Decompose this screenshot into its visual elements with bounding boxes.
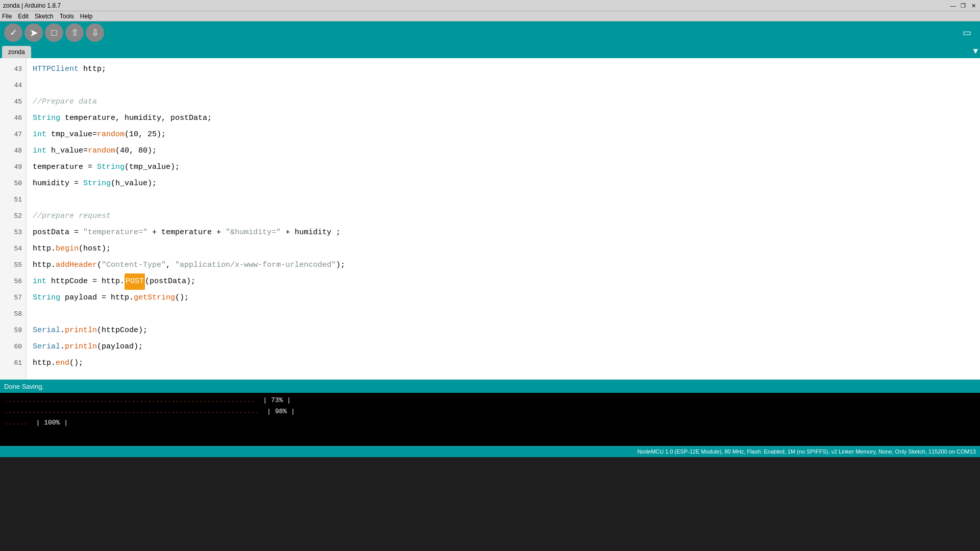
code-token: temperature = (33, 159, 97, 176)
line-num-57: 57 (0, 290, 26, 306)
status-text: Done Saving. (4, 383, 44, 390)
code-line-58 (33, 306, 980, 322)
code-token: temperature, humidity, postData; (60, 110, 212, 127)
minimize-button[interactable]: — (949, 2, 957, 9)
code-token: int (33, 127, 46, 143)
code-line-57: String payload = http. getString (); (33, 290, 980, 306)
code-token: (postData); (145, 273, 195, 290)
line-num-47: 47 (0, 127, 26, 143)
console-dots-2: ........................................… (4, 406, 259, 417)
maximize-button[interactable]: ❐ (960, 2, 967, 9)
console-dots-1: ........................................… (4, 395, 255, 406)
line-num-56: 56 (0, 273, 26, 290)
serial-monitor-button[interactable]: ▭ (958, 23, 976, 42)
code-token: (httpCode); (97, 322, 148, 339)
new-button[interactable]: □ (45, 23, 63, 42)
code-token: "Content-Type" (102, 257, 166, 273)
code-line-56: int httpCode = http. POST (postData); (33, 273, 980, 290)
code-token: http. (33, 257, 56, 273)
code-token: getString (134, 290, 175, 306)
toolbar-left: ✓ ➤ □ ⇧ ⇩ (4, 23, 104, 42)
code-token: //prepare request (33, 208, 111, 224)
code-token: String (33, 290, 60, 306)
line-num-44: 44 (0, 78, 26, 94)
code-line-43: HTTPClient http; (33, 61, 980, 78)
line-num-60: 60 (0, 339, 26, 355)
menu-tools[interactable]: Tools (60, 13, 74, 20)
console-line-2: ........................................… (4, 406, 976, 417)
console-dots-3: ...... (4, 417, 28, 429)
line-num-51: 51 (0, 192, 26, 208)
code-token: , (166, 257, 175, 273)
console-line-1: ........................................… (4, 395, 976, 406)
code-token: "application/x-www-form-urlencoded" (175, 257, 336, 273)
code-token: h_value= (46, 143, 88, 159)
code-token: int (33, 273, 46, 290)
code-line-52: //prepare request (33, 208, 980, 224)
tab-bar: zonda ▼ (0, 44, 980, 58)
line-num-58: 58 (0, 306, 26, 322)
code-token: HTTPClient (33, 61, 79, 78)
save-button[interactable]: ⇩ (86, 23, 104, 42)
code-token: humidity = (33, 176, 83, 192)
code-token: postData = (33, 224, 83, 241)
code-token: String (83, 176, 111, 192)
tab-scroll-arrow[interactable]: ▼ (973, 47, 978, 58)
code-token: ); (336, 257, 345, 273)
code-token: http; (79, 61, 106, 78)
window-controls: — ❐ ✕ (949, 2, 977, 9)
code-token: (tmp_value); (125, 159, 180, 176)
line-num-61: 61 (0, 355, 26, 371)
console-percent-1: | 73% | (259, 395, 290, 406)
code-token: http. (33, 241, 56, 257)
code-token-post-highlight: POST (125, 273, 145, 290)
code-line-53: postData = "temperature=" + temperature … (33, 224, 980, 241)
line-num-50: 50 (0, 176, 26, 192)
code-token: String (33, 110, 60, 127)
open-button[interactable]: ⇧ (65, 23, 84, 42)
menu-file[interactable]: File (2, 13, 12, 20)
code-line-46: String temperature, humidity, postData; (33, 110, 980, 127)
code-token: (40, 80); (115, 143, 157, 159)
menu-sketch[interactable]: Sketch (35, 13, 54, 20)
toolbar-right: ▭ (958, 23, 976, 42)
menu-edit[interactable]: Edit (18, 13, 29, 20)
code-token: (host); (79, 241, 111, 257)
menu-bar: File Edit Sketch Tools Help (0, 11, 980, 21)
code-line-54: http. begin (host); (33, 241, 980, 257)
bottom-bar: NodeMCU 1.0 (ESP-12E Module), 80 MHz, Fl… (0, 446, 980, 457)
title-bar: zonda | Arduino 1.8.7 — ❐ ✕ (0, 0, 980, 11)
code-line-47: int tmp_value= random (10, 25); (33, 127, 980, 143)
code-token: (h_value); (111, 176, 157, 192)
menu-help[interactable]: Help (80, 13, 93, 20)
code-content[interactable]: HTTPClient http; //Prepare data String t… (27, 58, 980, 380)
line-num-45: 45 (0, 94, 26, 110)
code-token: end (56, 355, 69, 371)
upload-button[interactable]: ➤ (24, 23, 43, 42)
code-token: //Prepare data (33, 94, 97, 110)
tab-zonda[interactable]: zonda (2, 46, 31, 58)
line-num-43: 43 (0, 61, 26, 78)
code-token: "temperature=" (83, 224, 148, 241)
code-token: Serial (33, 322, 60, 339)
code-token: . (60, 339, 65, 355)
verify-button[interactable]: ✓ (4, 23, 22, 42)
code-token: (10, 25); (125, 127, 166, 143)
toolbar: ✓ ➤ □ ⇧ ⇩ ▭ (0, 21, 980, 44)
code-token: (payload); (97, 339, 143, 355)
title-text: zonda | Arduino 1.8.7 (3, 2, 61, 9)
line-num-48: 48 (0, 143, 26, 159)
code-token: println (65, 339, 97, 355)
code-line-55: http. addHeader ( "Content-Type" , "appl… (33, 257, 980, 273)
code-line-59: Serial . println (httpCode); (33, 322, 980, 339)
code-line-49: temperature = String (tmp_value); (33, 159, 980, 176)
console-percent-2: | 98% | (263, 406, 295, 417)
code-token: ( (97, 257, 102, 273)
console-area: ........................................… (0, 393, 980, 446)
code-editor: 43 44 45 46 47 48 49 50 51 52 53 54 55 5… (0, 58, 980, 380)
code-token: http. (33, 355, 56, 371)
code-token: (); (175, 290, 189, 306)
line-num-55: 55 (0, 257, 26, 273)
close-button[interactable]: ✕ (970, 2, 977, 9)
code-token: begin (56, 241, 79, 257)
